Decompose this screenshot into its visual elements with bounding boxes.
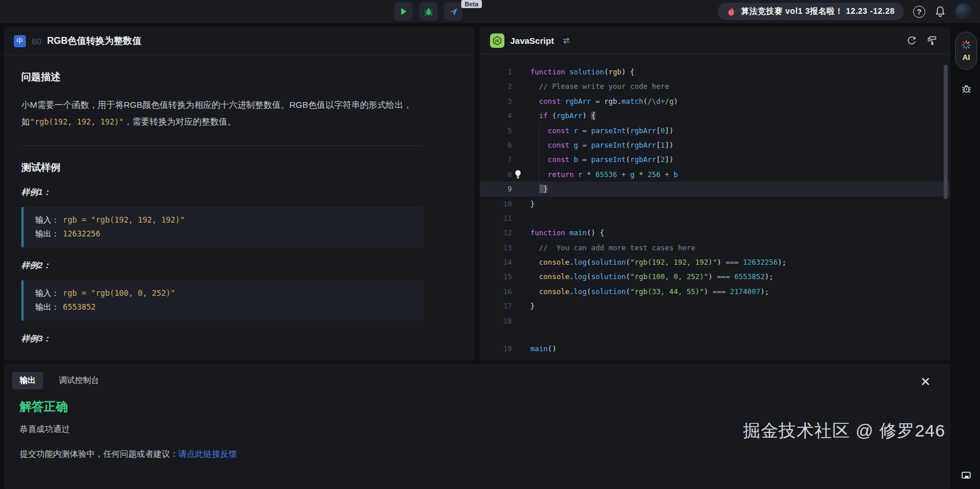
right-rail: AI (952, 23, 980, 489)
problem-title: RGB色值转换为整数值 (47, 35, 142, 47)
code-line-13[interactable]: 13 // You can add more test cases here (480, 240, 950, 255)
paint-roller-icon (927, 35, 937, 46)
code-line-3[interactable]: 3 const rgbArr = rgb.match(/\d+/g) (480, 94, 950, 108)
code-editor[interactable]: 1function solution(rgb) {2 // Please wri… (480, 54, 950, 360)
tab-output[interactable]: 输出 (12, 372, 43, 389)
problem-content: 问题描述 小M需要一个函数，用于将RGB颜色值转换为相应的十六进制整数值。RGB… (4, 55, 474, 344)
problem-panel: 中 60 RGB色值转换为整数值 问题描述 小M需要一个函数，用于将RGB颜色值… (4, 27, 474, 360)
contest-banner[interactable]: 算法竞技赛 vol1 3报名啦！ 12.23 -12.28 (718, 3, 904, 20)
code-text: console.log(solution("rgb(100, 0, 252)")… (530, 269, 774, 284)
bell-icon[interactable] (934, 6, 946, 17)
sample-input-row: 输入：rgb = "rgb(100, 0, 252)" (35, 287, 412, 300)
code-text: console.log(solution("rgb(192, 192, 192)… (530, 255, 786, 269)
line-number: 2 (480, 79, 512, 93)
help-icon[interactable]: ? (913, 6, 925, 18)
code-line-2[interactable]: 2 // Please write your code here (480, 79, 950, 93)
problem-header: 中 60 RGB色值转换为整数值 (4, 27, 474, 55)
user-avatar[interactable] (955, 3, 972, 20)
code-text: function solution(rgb) { (530, 65, 635, 79)
tab-debug-console[interactable]: 调试控制台 (51, 372, 107, 389)
code-text: function main() { (530, 225, 604, 240)
language-label: JavaScript (510, 36, 554, 46)
samples-heading: 测试样例 (21, 161, 424, 174)
swap-icon (562, 37, 571, 44)
javascript-logo-icon: JS (490, 33, 504, 48)
code-line-15[interactable]: 15 console.log(solution("rgb(100, 0, 252… (480, 269, 950, 284)
run-button[interactable] (394, 2, 413, 21)
line-number: 5 (480, 123, 512, 138)
play-icon (399, 7, 408, 16)
console-tabs: 输出 调试控制台 (4, 364, 950, 389)
line-number: 6 (480, 138, 512, 152)
submit-button[interactable] (444, 2, 462, 21)
close-icon (922, 378, 929, 385)
code-text: // Please write your code here (530, 79, 669, 93)
switch-language-button[interactable] (560, 35, 573, 47)
sample-output-row: 输出：12632256 (35, 227, 412, 241)
fullscreen-button[interactable] (952, 471, 980, 482)
line-number: 18 (480, 314, 512, 328)
toolbar-actions (394, 2, 462, 21)
sample-output-row: 输出：6553852 (35, 300, 412, 314)
section-divider (21, 145, 424, 146)
code-line-10[interactable]: 10} (480, 197, 950, 211)
output-value: 6553852 (63, 302, 96, 311)
debug-run-button[interactable] (419, 2, 438, 21)
line-number: 10 (480, 197, 512, 211)
format-code-button[interactable] (925, 33, 940, 48)
difficulty-badge: 中 (14, 35, 26, 47)
line-number: 14 (480, 255, 512, 269)
paper-plane-icon (448, 7, 458, 17)
line-number: 3 (480, 94, 512, 108)
output-label: 输出： (35, 229, 59, 239)
line-number: 17 (480, 299, 512, 313)
code-line-17[interactable]: 17} (480, 299, 950, 313)
close-console-button[interactable] (922, 375, 940, 386)
ai-assistant-button[interactable]: AI (955, 32, 977, 70)
code-line-18[interactable]: 18 (480, 314, 950, 328)
line-number: 12 (480, 225, 512, 240)
code-line-6[interactable]: 6 const g = parseInt(rgbArr[1]) (480, 138, 950, 152)
code-line-9[interactable]: 9 } (480, 182, 950, 196)
code-text: // You can add more test cases here (530, 240, 695, 255)
code-text: } (530, 197, 535, 211)
line-number: 16 (480, 284, 512, 299)
code-text: } (530, 299, 535, 313)
result-status: 解答正确 (20, 398, 950, 415)
sample-input-row: 输入：rgb = "rgb(192, 192, 192)" (35, 213, 412, 227)
code-line-19[interactable]: 19main() (480, 341, 950, 356)
debug-panel-button[interactable] (955, 82, 977, 95)
topbar-right: 算法竞技赛 vol1 3报名啦！ 12.23 -12.28 ? (718, 0, 972, 23)
input-value: rgb = "rgb(192, 192, 192)" (63, 215, 184, 224)
laptop-icon (960, 471, 973, 482)
code-line-1[interactable]: 1function solution(rgb) { (480, 65, 950, 79)
reset-code-button[interactable] (904, 33, 919, 48)
debug-bug-icon (960, 82, 973, 95)
feedback-line: 提交功能内测体验中，任何问题或者建议：请点此链接反馈 (20, 449, 950, 460)
refresh-icon (907, 36, 917, 46)
sample-label-3: 样例3： (21, 333, 424, 344)
feedback-link[interactable]: 请点此链接反馈 (179, 449, 238, 458)
result-message: 恭喜成功通过 (20, 424, 950, 435)
ai-label: AI (963, 53, 970, 62)
line-number: 11 (480, 211, 512, 225)
code-line-16[interactable]: 16 console.log(solution("rgb(33, 44, 55)… (480, 284, 950, 299)
editor-scrollbar[interactable] (944, 65, 948, 199)
code-text: const b = parseInt(rgbArr[2]) (530, 152, 673, 167)
code-line-5[interactable]: 5 const r = parseInt(rgbArr[0]) (480, 123, 950, 138)
app-window: Beta 算法竞技赛 vol1 3报名啦！ 12.23 -12.28 ? 中 6… (0, 0, 980, 489)
line-number: 13 (480, 240, 512, 255)
code-line-4[interactable]: 4 if (rgbArr) { (480, 108, 950, 123)
svg-text:JS: JS (495, 39, 499, 43)
code-line-8[interactable]: 8 return r * 65536 + g * 256 + b (480, 167, 950, 182)
sample-label-1: 样例1： (21, 187, 424, 198)
code-line-14[interactable]: 14 console.log(solution("rgb(192, 192, 1… (480, 255, 950, 269)
code-line-7[interactable]: 7 const b = parseInt(rgbArr[2]) (480, 152, 950, 167)
line-number: 1 (480, 65, 512, 79)
code-text: return r * 65536 + g * 256 + b (530, 167, 678, 182)
code-line-12[interactable]: 12function main() { (480, 225, 950, 240)
code-text: if (rgbArr) { (530, 108, 595, 123)
sample-block-1: 输入：rgb = "rgb(192, 192, 192)"输出：12632256 (21, 207, 424, 247)
code-line-11[interactable]: 11 (480, 211, 950, 225)
bug-icon (424, 7, 434, 17)
